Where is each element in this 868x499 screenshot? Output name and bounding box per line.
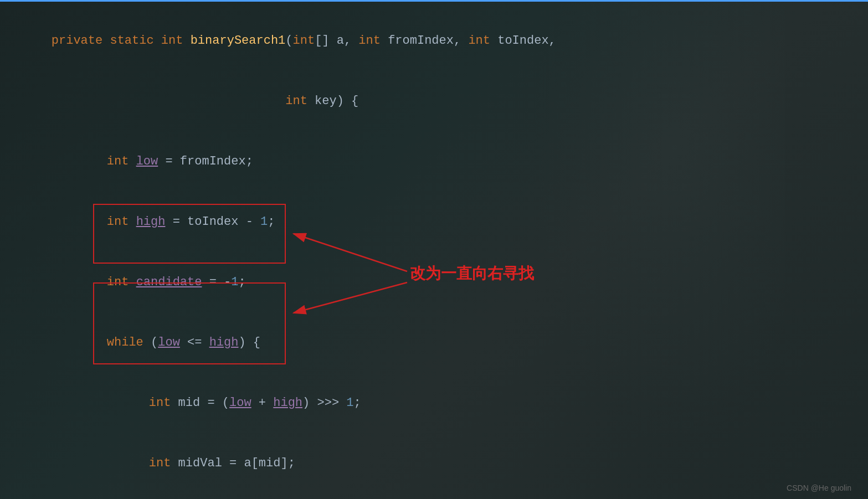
kw-int-mid: int	[149, 396, 171, 410]
var-low-mid: low	[229, 396, 251, 410]
var-candidate-1: candidate	[136, 275, 202, 289]
code-line-1: private static int binarySearch1(int[] a…	[22, 11, 846, 71]
var-high-1: high	[136, 215, 166, 229]
annotation-text: 改为一直向右寻找	[410, 263, 534, 284]
kw-int-arr: int	[293, 34, 315, 48]
var-high-mid: high	[273, 396, 302, 410]
code-line-6: while (low <= high) {	[22, 312, 846, 373]
kw-int-cand: int	[107, 275, 129, 289]
num-1a: 1	[260, 215, 268, 229]
kw-int-high: int	[107, 215, 129, 229]
watermark: CSDN @He guolin	[787, 483, 851, 492]
code-line-7: int mid = (low + high) >>> 1;	[22, 373, 846, 433]
kw-private: private	[52, 34, 102, 48]
fn-binarySearch: binarySearch1	[191, 34, 286, 48]
code-line-8: int midVal = a[mid];	[22, 433, 846, 493]
code-line-3: int low = fromIndex;	[22, 132, 846, 192]
kw-int-from: int	[358, 34, 381, 48]
code-line-9	[22, 493, 846, 499]
kw-while: while	[107, 336, 143, 349]
kw-int-key: int	[285, 94, 307, 108]
var-high-while: high	[209, 336, 239, 349]
var-low-while: low	[158, 336, 180, 349]
kw-int-midval: int	[149, 456, 171, 470]
kw-int-low: int	[107, 155, 129, 168]
num-neg1: 1	[231, 275, 238, 289]
kw-int-1: int	[161, 34, 183, 48]
code-line-2: int key) {	[22, 71, 846, 132]
kw-static: static	[110, 34, 153, 48]
num-1b: 1	[346, 396, 353, 410]
code-area: private static int binarySearch1(int[] a…	[0, 0, 868, 499]
kw-int-to: int	[468, 34, 490, 48]
code-line-4: int high = toIndex - 1;	[22, 192, 846, 253]
var-low-1: low	[136, 155, 158, 168]
